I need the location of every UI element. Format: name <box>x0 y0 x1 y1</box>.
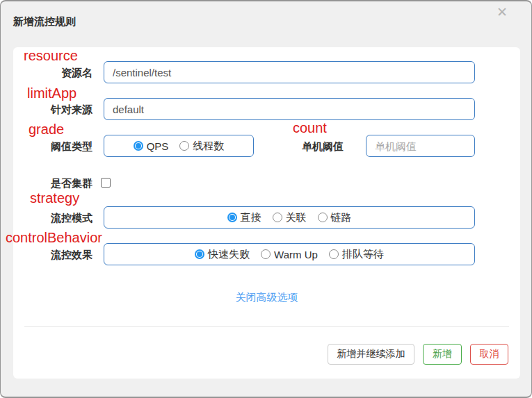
limitapp-input[interactable] <box>104 98 475 120</box>
grade-option-qps-label: QPS <box>147 140 169 152</box>
grade-radio-group: QPS 线程数 <box>104 135 254 157</box>
limitapp-label: 针对来源 <box>1 103 92 117</box>
radio-unselected-icon[interactable] <box>273 213 282 222</box>
close-icon[interactable]: ✕ <box>497 6 508 19</box>
advanced-link-row: 关闭高级选项 <box>13 291 520 304</box>
add-and-continue-button[interactable]: 新增并继续添加 <box>328 344 414 365</box>
behavior-option-fast-fail-label: 快速失败 <box>208 248 250 261</box>
controlbehavior-radio-group: 快速失败 Warm Up 排队等待 <box>104 243 475 265</box>
behavior-option-fast-fail[interactable]: 快速失败 <box>195 248 250 261</box>
limitapp-annotation: limitApp <box>27 86 76 100</box>
strategy-option-direct[interactable]: 直接 <box>227 211 261 224</box>
radio-unselected-icon[interactable] <box>318 213 328 222</box>
strategy-option-relate-label: 关联 <box>286 211 307 224</box>
radio-selected-icon[interactable] <box>134 141 143 151</box>
close-advanced-options-link[interactable]: 关闭高级选项 <box>236 291 298 303</box>
grade-label: 阈值类型 <box>1 140 92 154</box>
count-annotation: count <box>293 121 327 135</box>
radio-unselected-icon[interactable] <box>261 249 271 259</box>
controlbehavior-label: 流控效果 <box>1 249 92 262</box>
strategy-annotation: strategy <box>30 191 79 205</box>
cancel-button[interactable]: 取消 <box>470 344 508 365</box>
count-label: 单机阈值 <box>272 140 344 154</box>
resource-input[interactable] <box>104 61 475 83</box>
strategy-radio-group: 直接 关联 链路 <box>104 206 475 229</box>
radio-selected-icon[interactable] <box>227 213 237 222</box>
cluster-label: 是否集群 <box>1 177 92 190</box>
add-button[interactable]: 新增 <box>423 344 462 365</box>
grade-annotation: grade <box>29 122 64 136</box>
radio-unselected-icon[interactable] <box>329 249 339 259</box>
radio-selected-icon[interactable] <box>195 249 204 259</box>
grade-option-qps[interactable]: QPS <box>134 140 169 152</box>
radio-unselected-icon[interactable] <box>179 141 189 151</box>
behavior-option-queue[interactable]: 排队等待 <box>329 248 384 261</box>
strategy-option-chain[interactable]: 链路 <box>318 211 352 224</box>
behavior-option-warm-up-label: Warm Up <box>274 249 318 260</box>
grade-option-thread-label: 线程数 <box>193 140 224 153</box>
resource-annotation: resource <box>24 49 78 63</box>
strategy-label: 流控模式 <box>1 212 92 225</box>
dialog-title: 新增流控规则 <box>13 15 76 28</box>
add-flow-rule-dialog: 新增流控规则 ✕ resource 资源名 limitApp 针对来源 grad… <box>0 0 532 398</box>
count-input[interactable] <box>366 135 475 157</box>
controlbehavior-annotation: controlBehavior <box>6 231 102 244</box>
strategy-option-chain-label: 链路 <box>331 211 352 224</box>
behavior-option-queue-label: 排队等待 <box>342 248 384 261</box>
footer-divider <box>24 326 509 327</box>
resource-label: 资源名 <box>1 67 92 80</box>
strategy-option-direct-label: 直接 <box>241 211 261 224</box>
behavior-option-warm-up[interactable]: Warm Up <box>261 249 318 260</box>
cluster-checkbox[interactable] <box>101 178 111 188</box>
strategy-option-relate[interactable]: 关联 <box>273 211 307 224</box>
grade-option-thread[interactable]: 线程数 <box>179 140 224 153</box>
